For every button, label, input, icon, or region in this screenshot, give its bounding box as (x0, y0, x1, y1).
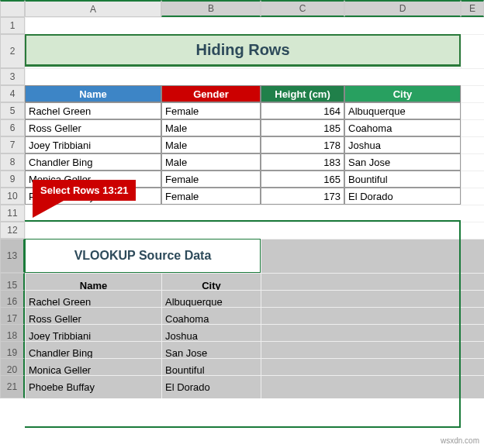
cell[interactable] (261, 375, 484, 398)
row-header-7[interactable]: 7 (0, 136, 25, 153)
vlookup-title: VLOOKUP Source Data (25, 239, 261, 273)
cell-name[interactable]: Chandler Bing (25, 153, 161, 171)
cell-height[interactable]: 173 (261, 188, 344, 205)
cell-gender[interactable]: Male (161, 119, 261, 136)
col-header-E[interactable]: E (461, 0, 484, 17)
row-header-11[interactable]: 11 (0, 205, 25, 222)
cell[interactable] (461, 136, 484, 153)
selection-border (25, 220, 461, 222)
cell[interactable] (25, 222, 484, 239)
cell[interactable] (461, 171, 484, 188)
cell[interactable] (461, 34, 484, 68)
col-header-C[interactable]: C (261, 0, 344, 17)
cell[interactable] (461, 85, 484, 102)
col-header-B[interactable]: B (161, 0, 261, 17)
row-header-3[interactable]: 3 (0, 68, 25, 85)
cell-gender[interactable]: Female (161, 188, 261, 205)
cell-city[interactable]: Bountiful (344, 171, 461, 188)
cell[interactable] (461, 153, 484, 171)
table-header-city: City (344, 85, 461, 102)
cell-gender[interactable]: Male (161, 136, 261, 153)
row-header-4[interactable]: 4 (0, 85, 25, 102)
cell-city[interactable]: Joshua (344, 136, 461, 153)
row-header-8[interactable]: 8 (0, 153, 25, 171)
watermark: wsxdn.com (441, 436, 479, 445)
row-header-1[interactable]: 1 (0, 17, 25, 34)
row-header-2[interactable]: 2 (0, 34, 25, 68)
row-header-12[interactable]: 12 (0, 222, 25, 239)
callout-label: Select Rows 13:21 (33, 180, 136, 201)
table-header-height: Height (cm) (261, 85, 344, 102)
cell-height[interactable]: 164 (261, 102, 344, 119)
row-header-6[interactable]: 6 (0, 119, 25, 136)
col-header-D[interactable]: D (344, 0, 461, 17)
cell[interactable] (461, 188, 484, 205)
cell-height[interactable]: 185 (261, 119, 344, 136)
vcell-name[interactable]: Phoebe Buffay (25, 375, 161, 398)
selection-border (25, 426, 461, 428)
vcell-city[interactable]: El Dorado (161, 375, 261, 398)
cell-height[interactable]: 183 (261, 153, 344, 171)
selection-border (459, 220, 461, 426)
cell-name[interactable]: Rachel Green (25, 102, 161, 119)
col-header-A[interactable]: A (25, 0, 161, 17)
row-header-10[interactable]: 10 (0, 188, 25, 205)
cell-name[interactable]: Joey Tribbiani (25, 136, 161, 153)
cell-height[interactable]: 165 (261, 171, 344, 188)
row-header-9[interactable]: 9 (0, 171, 25, 188)
cell[interactable] (25, 205, 484, 222)
cell-city[interactable]: San Jose (344, 153, 461, 171)
cell[interactable] (261, 239, 484, 273)
cell-gender[interactable]: Female (161, 171, 261, 188)
cell-gender[interactable]: Female (161, 102, 261, 119)
cell-name[interactable]: Ross Geller (25, 119, 161, 136)
select-all-corner[interactable] (0, 0, 25, 17)
title-cell: Hiding Rows (25, 34, 461, 67)
cell[interactable] (25, 17, 484, 34)
cell[interactable] (461, 102, 484, 119)
table-header-gender: Gender (161, 85, 261, 102)
cell[interactable] (461, 119, 484, 136)
cell-city[interactable]: Albuquerque (344, 102, 461, 119)
cell-city[interactable]: El Dorado (344, 188, 461, 205)
cell-city[interactable]: Coahoma (344, 119, 461, 136)
cell-gender[interactable]: Male (161, 153, 261, 171)
row-header-5[interactable]: 5 (0, 102, 25, 119)
row-header-21[interactable]: 21 (0, 375, 25, 398)
row-header-13[interactable]: 13 (0, 239, 25, 273)
table-header-name: Name (25, 85, 161, 102)
cell-height[interactable]: 178 (261, 136, 344, 153)
cell[interactable] (25, 68, 484, 85)
